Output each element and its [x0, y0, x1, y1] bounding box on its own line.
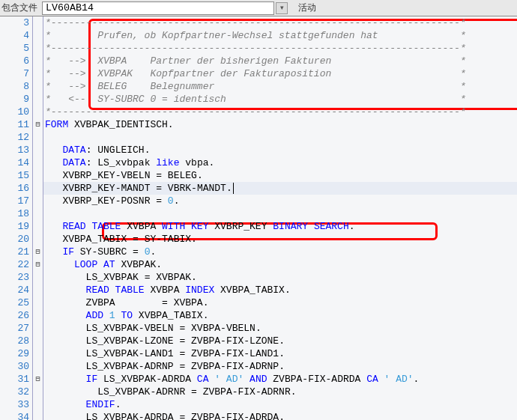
- fold-cell: [33, 182, 43, 195]
- token-ident: BELEG: [162, 170, 197, 181]
- code-line[interactable]: LS_XVBPAK-LAND1 = ZVBPA-FIX-LAND1.: [43, 347, 517, 360]
- code-line[interactable]: [43, 207, 517, 220]
- fold-cell: [33, 322, 43, 335]
- token-ident: FIX: [238, 386, 256, 398]
- token-ident: VBRK: [162, 183, 191, 194]
- fold-cell: [33, 398, 43, 411]
- token-ident: [45, 284, 86, 296]
- code-line[interactable]: LS_XVBPAK-ADRNR = ZVBPA-FIX-ADRNR.: [43, 386, 517, 398]
- token-ident: [45, 157, 62, 168]
- code-line[interactable]: * --> XVBPA Partner der bisherigen Faktu…: [43, 55, 517, 67]
- code-line[interactable]: XVBPA_TABIX = SY-TABIX.: [43, 233, 517, 246]
- code-line[interactable]: LS_XVBPAK-ADRNP = ZVBPA-FIX-ADRNP.: [43, 360, 517, 373]
- line-number: 18: [0, 207, 29, 220]
- code-line[interactable]: * Prufen, ob Kopfpartner-Wechsel stattge…: [43, 29, 517, 42]
- code-line[interactable]: READ TABLE XVBPA INDEX XVBPA_TABIX.: [43, 284, 517, 296]
- token-comment: *---------------------------------------…: [45, 43, 466, 54]
- token-op: -: [139, 412, 145, 420]
- token-op: .: [203, 297, 209, 308]
- token-comment: *---------------------------------------…: [45, 17, 466, 28]
- fold-toggle-icon[interactable]: ⊟: [33, 258, 43, 271]
- code-line[interactable]: READ TABLE XVBPA WITH KEY XVBRP_KEY BINA…: [43, 220, 517, 233]
- token-ident: XVBPAK: [115, 259, 157, 270]
- token-op: .: [168, 119, 174, 130]
- code-line[interactable]: *---------------------------------------…: [43, 42, 517, 55]
- token-keyword: CA: [366, 374, 378, 385]
- code-line[interactable]: LS_XVBPAK = XVBPAK.: [43, 271, 517, 284]
- code-line[interactable]: ADD 1 TO XVBPA_TABIX.: [43, 309, 517, 322]
- code-line[interactable]: LS XVBPAK-ADRDA = ZVBPA-FIX-ADRDA.: [43, 411, 517, 420]
- fold-cell: [33, 411, 43, 420]
- code-line[interactable]: [43, 131, 517, 144]
- token-ident: LS_XVBPAK: [97, 374, 156, 385]
- text-cursor: [233, 183, 234, 194]
- code-line[interactable]: * <-- SY-SUBRC 0 = identisch *: [43, 93, 517, 106]
- code-line[interactable]: FORM XVBPAK_IDENTISCH.: [43, 118, 517, 131]
- token-keyword: ADD: [86, 310, 103, 321]
- fold-cell: [33, 360, 43, 373]
- code-line[interactable]: XVBRP_KEY-MANDT = VBRK-MANDT.: [43, 182, 517, 195]
- code-line[interactable]: XVBRP_KEY-VBELN = BELEG.: [43, 169, 517, 182]
- fold-toggle-icon[interactable]: ⊟: [33, 246, 43, 258]
- token-ident: ADRDA: [250, 412, 279, 420]
- fold-cell: [33, 233, 43, 246]
- token-ident: XVBPA_TABIX: [214, 284, 285, 296]
- token-ident: SUBRC: [97, 246, 133, 258]
- code-line[interactable]: ENDIF.: [43, 398, 517, 411]
- token-op: =: [156, 183, 162, 194]
- token-op: .: [203, 310, 209, 321]
- token-op: -: [220, 348, 226, 359]
- code-line[interactable]: LOOP AT XVBPAK.: [43, 258, 517, 271]
- token-ident: FIX: [226, 412, 244, 420]
- code-line[interactable]: DATA: UNGLEICH.: [43, 144, 517, 156]
- token-ident: LS_XVBPAK: [45, 361, 139, 372]
- line-number: 5: [0, 42, 29, 55]
- token-keyword: INDEX: [185, 284, 214, 296]
- token-op: =: [156, 195, 162, 207]
- dropdown-icon[interactable]: ▾: [276, 2, 288, 14]
- token-keyword: BINARY SEARCH: [273, 221, 348, 232]
- line-number: 21: [0, 246, 29, 258]
- token-num: 0: [139, 246, 151, 258]
- code-line[interactable]: * --> XVBPAK Kopfpartner der Fakturaposi…: [43, 67, 517, 80]
- include-file-input[interactable]: [42, 1, 274, 15]
- fold-toggle-icon[interactable]: ⊟: [33, 373, 43, 386]
- line-number: 23: [0, 271, 29, 284]
- token-ident: MANDT: [121, 183, 156, 194]
- fold-cell: [33, 29, 43, 42]
- line-number: 32: [0, 386, 29, 398]
- token-keyword: FORM: [45, 119, 68, 130]
- token-ident: LAND1: [145, 348, 180, 359]
- code-line[interactable]: DATA: LS_xvbpak like vbpa.: [43, 156, 517, 169]
- token-ident: XVBPA_TABIX: [45, 234, 133, 245]
- token-keyword: WITH KEY: [162, 221, 208, 232]
- line-number: 29: [0, 347, 29, 360]
- token-ident: XVBPA: [145, 284, 186, 296]
- line-number: 24: [0, 284, 29, 296]
- fold-toggle-icon[interactable]: ⊟: [33, 118, 43, 131]
- token-ident: ADRDA: [162, 374, 197, 385]
- code-area[interactable]: *---------------------------------------…: [43, 16, 517, 420]
- code-line[interactable]: LS_XVBPAK-VBELN = XVBPA-VBELN.: [43, 322, 517, 335]
- code-line[interactable]: *---------------------------------------…: [43, 106, 517, 118]
- code-line[interactable]: IF LS_XVBPAK-ADRDA CA ' AD' AND ZVBPA-FI…: [43, 373, 517, 386]
- token-op: -: [244, 348, 250, 359]
- token-op: -: [220, 323, 226, 334]
- token-ident: ZVBPA: [197, 386, 232, 398]
- code-line[interactable]: *---------------------------------------…: [43, 16, 517, 29]
- fold-column: ⊟⊟⊟⊟: [33, 16, 43, 420]
- token-keyword: DATA: [62, 144, 85, 156]
- code-line[interactable]: * --> BELEG Belegnummer *: [43, 80, 517, 93]
- fold-cell: [33, 347, 43, 360]
- token-ident: XVBPA_TABIX: [133, 310, 203, 321]
- code-line[interactable]: IF SY-SUBRC = 0.: [43, 246, 517, 258]
- code-line[interactable]: ZVBPA = XVBPA.: [43, 296, 517, 309]
- token-op: .: [285, 284, 291, 296]
- line-number: 10: [0, 106, 29, 118]
- fold-cell: [33, 16, 43, 29]
- code-line[interactable]: LS_XVBPAK-LZONE = ZVBPA-FIX-LZONE.: [43, 335, 517, 347]
- toolbar-label: 包含文件: [1, 1, 37, 14]
- token-ident: ADRNR: [156, 386, 191, 398]
- code-line[interactable]: XVBRP_KEY-POSNR = 0.: [43, 195, 517, 207]
- token-ident: LS_XVBPAK: [45, 386, 150, 398]
